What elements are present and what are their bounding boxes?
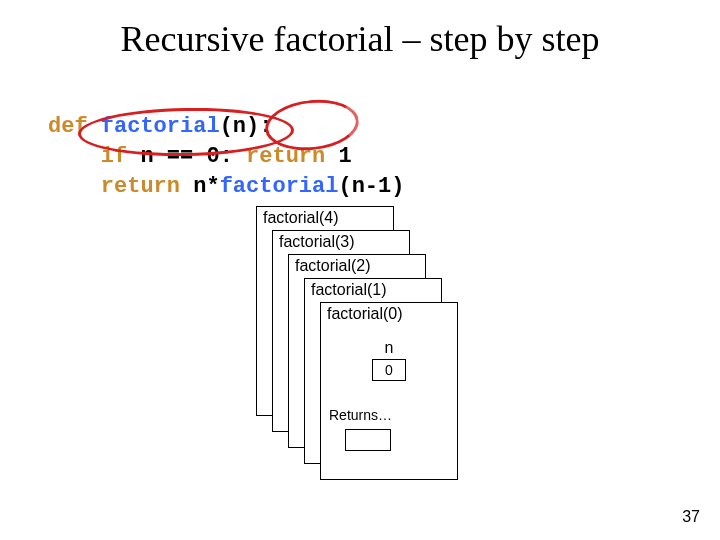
page-number: 37: [682, 508, 700, 526]
frame-label: factorial(3): [279, 233, 355, 251]
var-name: n: [385, 339, 394, 356]
slide-title: Recursive factorial – step by step: [0, 18, 720, 60]
code-line-3: return n*factorial(n-1): [48, 174, 404, 199]
var-value-box: 0: [372, 359, 406, 381]
fn-call-args: (n-1): [338, 174, 404, 199]
returns-label: Returns…: [329, 407, 392, 423]
var-row: n 0: [321, 339, 457, 381]
frame-label: factorial(4): [263, 209, 339, 227]
expr-nstar: n*: [180, 174, 220, 199]
frame-label: factorial(1): [311, 281, 387, 299]
slide: Recursive factorial – step by step def f…: [0, 0, 720, 540]
fn-call: factorial: [220, 174, 339, 199]
frame-label: factorial(2): [295, 257, 371, 275]
kw-return-2: return: [101, 174, 180, 199]
return-val-1: 1: [325, 144, 351, 169]
frame-label: factorial(0): [327, 305, 403, 323]
frame-factorial-0: factorial(0) n 0 Returns…: [320, 302, 458, 480]
returns-value-box: [345, 429, 391, 451]
call-stack: factorial(4) factorial(3) factorial(2) f…: [256, 206, 466, 486]
